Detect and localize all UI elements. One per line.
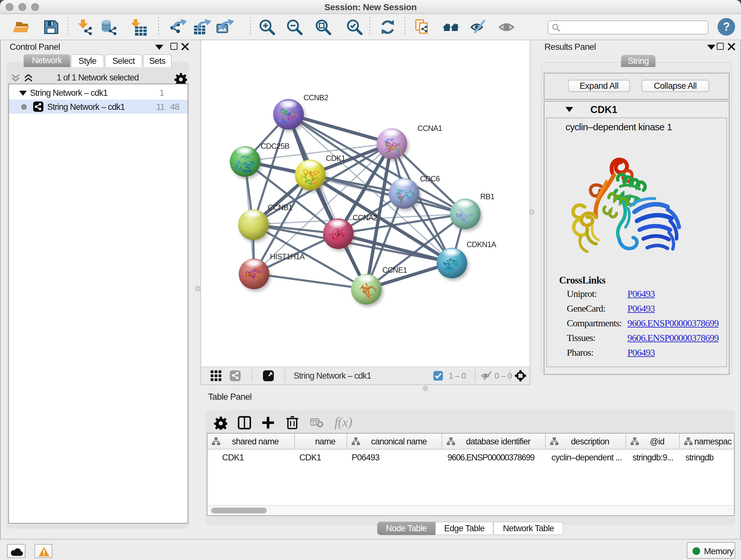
svg-text:?: ? [723, 20, 730, 33]
